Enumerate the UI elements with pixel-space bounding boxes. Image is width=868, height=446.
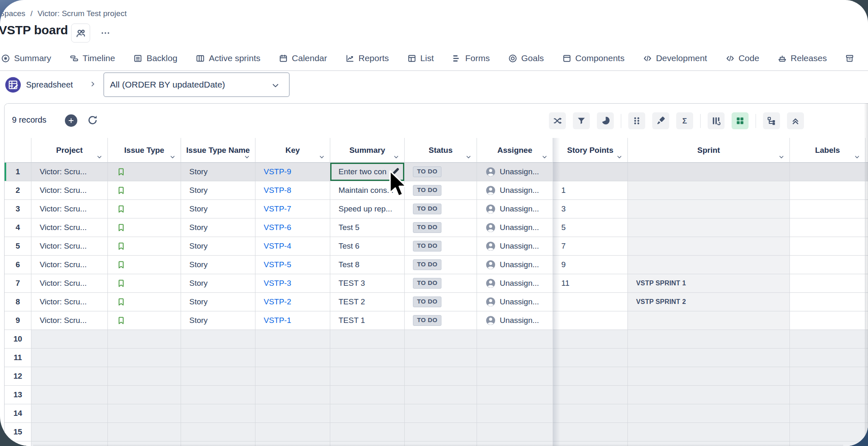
cell-status[interactable] xyxy=(405,386,477,404)
status-badge[interactable]: TO DO xyxy=(413,204,441,214)
cell-num[interactable]: 12 xyxy=(5,367,31,386)
cell-status[interactable] xyxy=(405,349,477,367)
cell-issue_type_name[interactable]: Story xyxy=(181,237,255,256)
issue-key-link[interactable]: VSTP-2 xyxy=(264,297,291,306)
format-painter-button[interactable] xyxy=(652,112,669,129)
tab-code[interactable]: Code xyxy=(725,53,759,63)
cell-labels[interactable] xyxy=(790,218,866,237)
column-menu-chevron-icon[interactable] xyxy=(393,154,399,160)
cell-story_points[interactable] xyxy=(553,311,628,330)
cell-story_points[interactable] xyxy=(553,367,628,386)
column-header-sprint[interactable]: Sprint xyxy=(628,138,790,163)
cell-labels[interactable] xyxy=(790,311,866,330)
issue-key-link[interactable]: VSTP-9 xyxy=(264,167,291,176)
column-menu-chevron-icon[interactable] xyxy=(854,154,860,160)
cell-issue_type[interactable] xyxy=(108,404,181,423)
cell-labels[interactable] xyxy=(790,330,866,349)
issue-key-link[interactable]: VSTP-8 xyxy=(264,186,291,195)
cell-labels[interactable] xyxy=(790,256,866,274)
cell-assignee[interactable] xyxy=(477,404,553,423)
status-badge[interactable]: TO DO xyxy=(413,297,441,307)
cell-issue_type[interactable] xyxy=(108,311,181,330)
cell-issue_type_name[interactable] xyxy=(181,349,255,367)
cell-project[interactable]: Victor: Scru... xyxy=(31,274,108,293)
cell-story_points[interactable] xyxy=(553,404,628,423)
status-badge[interactable]: TO DO xyxy=(413,278,441,289)
cell-assignee[interactable] xyxy=(477,330,553,349)
cell-assignee[interactable] xyxy=(477,349,553,367)
cell-sprint[interactable] xyxy=(628,200,790,218)
cell-project[interactable] xyxy=(31,404,108,423)
cell-status[interactable]: TO DO xyxy=(405,274,477,293)
cell-num[interactable]: 9 xyxy=(5,311,31,330)
cell-project[interactable] xyxy=(31,349,108,367)
cell-assignee[interactable]: Unassign... xyxy=(477,256,553,274)
cell-status[interactable]: TO DO xyxy=(405,256,477,274)
status-badge[interactable]: TO DO xyxy=(413,315,441,326)
cell-project[interactable]: Victor: Scru... xyxy=(31,181,108,200)
cell-summary[interactable]: Test 6 xyxy=(330,237,405,256)
cell-issue_type[interactable] xyxy=(108,163,181,181)
cell-assignee[interactable]: Unassign... xyxy=(477,237,553,256)
cell-issue_type_name[interactable]: Story xyxy=(181,200,255,218)
cell-summary[interactable] xyxy=(330,386,405,404)
cell-summary[interactable] xyxy=(330,423,405,441)
cell-labels[interactable] xyxy=(790,367,866,386)
column-header-issue_type[interactable]: Issue Type xyxy=(108,138,181,163)
column-header-assignee[interactable]: Assignee xyxy=(477,138,553,163)
cell-assignee[interactable]: Unassign... xyxy=(477,311,553,330)
column-header-status[interactable]: Status xyxy=(405,138,477,163)
cell-assignee[interactable] xyxy=(477,386,553,404)
cell-assignee[interactable]: Unassign... xyxy=(477,274,553,293)
cell-key[interactable]: VSTP-8 xyxy=(255,181,330,200)
cell-project[interactable] xyxy=(31,330,108,349)
cell-key[interactable] xyxy=(255,349,330,367)
cell-status[interactable]: TO DO xyxy=(405,237,477,256)
cell-issue_type[interactable] xyxy=(108,274,181,293)
filter-button[interactable] xyxy=(573,112,590,129)
tab-components[interactable]: Components xyxy=(562,53,625,63)
cell-issue_type_name[interactable]: Story xyxy=(181,181,255,200)
cell-key[interactable] xyxy=(255,386,330,404)
cell-status[interactable] xyxy=(405,423,477,441)
column-menu-chevron-icon[interactable] xyxy=(169,154,176,160)
cell-labels[interactable] xyxy=(790,274,866,293)
cell-project[interactable]: Victor: Scru... xyxy=(31,256,108,274)
cell-story_points[interactable]: 9 xyxy=(553,256,628,274)
column-header-key[interactable]: Key xyxy=(255,138,330,163)
status-badge[interactable]: TO DO xyxy=(413,241,441,251)
column-menu-chevron-icon[interactable] xyxy=(244,154,250,160)
cell-issue_type[interactable] xyxy=(108,423,181,441)
cell-story_points[interactable] xyxy=(553,330,628,349)
cell-issue_type_name[interactable] xyxy=(181,423,255,441)
cell-story_points[interactable]: 3 xyxy=(553,200,628,218)
cell-project[interactable]: Victor: Scru... xyxy=(31,311,108,330)
cell-key[interactable]: VSTP-4 xyxy=(255,237,330,256)
status-badge[interactable]: TO DO xyxy=(413,259,441,270)
more-button[interactable] xyxy=(99,28,112,38)
cell-issue_type_name[interactable] xyxy=(181,386,255,404)
tab-releases[interactable]: Releases xyxy=(777,53,827,63)
cell-story_points[interactable] xyxy=(553,423,628,441)
cell-status[interactable]: TO DO xyxy=(405,293,477,311)
cell-status[interactable] xyxy=(405,367,477,386)
cell-issue_type_name[interactable]: Story xyxy=(181,163,255,181)
add-record-button[interactable] xyxy=(65,114,77,127)
cell-sprint[interactable] xyxy=(628,237,790,256)
cell-assignee[interactable] xyxy=(477,423,553,441)
cell-issue_type[interactable] xyxy=(108,237,181,256)
cell-project[interactable]: Victor: Scru... xyxy=(31,293,108,311)
cell-issue_type_name[interactable] xyxy=(181,330,255,349)
cell-sprint[interactable] xyxy=(628,311,790,330)
cell-sprint[interactable] xyxy=(628,181,790,200)
issue-key-link[interactable]: VSTP-7 xyxy=(264,204,291,214)
cell-num[interactable]: 4 xyxy=(5,218,31,237)
cell-num[interactable]: 6 xyxy=(5,256,31,274)
tab-summary[interactable]: Summary xyxy=(1,53,51,63)
cell-labels[interactable] xyxy=(790,349,866,367)
cell-key[interactable] xyxy=(255,423,330,441)
cell-sprint[interactable] xyxy=(628,367,790,386)
cell-project[interactable] xyxy=(31,386,108,404)
issue-key-link[interactable]: VSTP-6 xyxy=(264,223,291,232)
cell-summary[interactable]: Test 5 xyxy=(330,218,405,237)
